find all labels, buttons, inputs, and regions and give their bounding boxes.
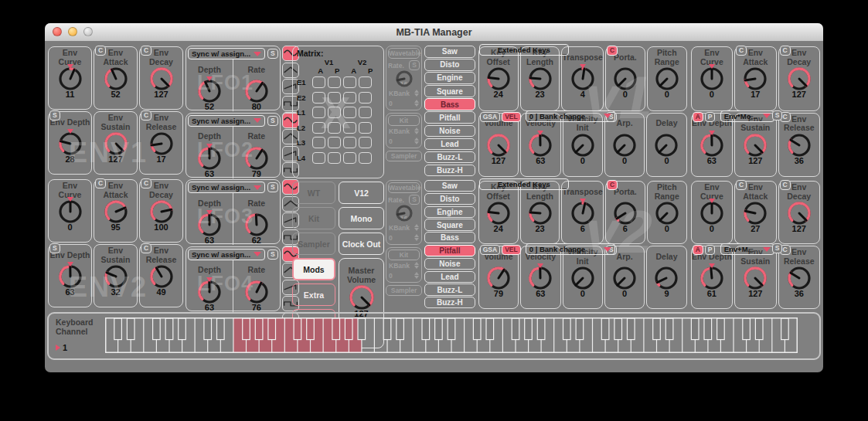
transpose-knob[interactable] — [566, 215, 600, 228]
s-button[interactable]: S — [49, 110, 60, 121]
pitch-range-knob[interactable] — [650, 80, 684, 93]
volume-knob[interactable] — [482, 147, 516, 160]
depth-knob[interactable] — [192, 226, 226, 239]
output-button-v12[interactable]: V12 — [339, 182, 384, 204]
env-attack-knob[interactable] — [738, 215, 772, 228]
env-mod-sync-button[interactable]: S — [772, 110, 783, 121]
env-curve-knob[interactable] — [695, 215, 729, 228]
env-sustain-knob[interactable] — [99, 278, 133, 291]
env-sustain-knob[interactable] — [738, 147, 772, 160]
output-button-mono[interactable]: Mono — [339, 207, 384, 229]
gsa-button[interactable]: GSA — [480, 245, 500, 255]
wave-button-buzz-l[interactable]: Buzz-L — [424, 151, 475, 164]
matrix-cell-l1-0[interactable] — [312, 107, 325, 118]
matrix-cell-l2-3[interactable] — [359, 122, 372, 134]
env-decay-knob[interactable] — [782, 80, 816, 93]
matrix-cell-l4-2[interactable] — [343, 152, 356, 164]
wave-button-lead[interactable]: Lead — [424, 138, 475, 151]
wave-button-engine[interactable]: Engine — [424, 206, 475, 218]
wave-button-buzz-h[interactable]: Buzz-H — [424, 165, 475, 177]
depth-knob[interactable] — [192, 294, 226, 307]
env-curve-knob[interactable] — [695, 80, 729, 93]
volume-knob[interactable] — [482, 280, 516, 293]
matrix-cell-l2-0[interactable] — [312, 122, 325, 134]
rate-knob[interactable] — [388, 205, 420, 222]
env-decay-knob[interactable] — [145, 213, 179, 226]
a-button[interactable]: A — [693, 245, 703, 255]
wave-button-saw[interactable]: Saw — [424, 46, 475, 58]
matrix-cell-l4-3[interactable] — [359, 152, 372, 164]
s-button[interactable]: S — [49, 243, 60, 253]
rate-sync-button[interactable]: S — [409, 60, 420, 70]
wave-button-bass[interactable]: Bass — [424, 98, 475, 110]
wave-button-pitfall[interactable]: Pitfall — [424, 245, 475, 256]
output-button-clock-out[interactable]: Clock Out — [339, 233, 384, 255]
env-sustain-knob[interactable] — [99, 145, 133, 158]
c-button[interactable]: C — [141, 46, 151, 56]
bank-change-dropdown[interactable]: 0 | Bank change — [526, 110, 615, 122]
c-button[interactable]: C — [780, 46, 791, 56]
key-length-knob[interactable] — [523, 80, 557, 93]
wavetable-kbank-value-stepper[interactable] — [414, 100, 419, 107]
matrix-cell-e2-3[interactable] — [359, 92, 372, 104]
env-depth-knob[interactable] — [695, 147, 729, 160]
env-decay-knob[interactable] — [782, 215, 816, 228]
c-button[interactable]: C — [141, 110, 151, 121]
lfo-sync-toggle-button[interactable]: S — [267, 182, 278, 192]
mode-button-extra[interactable]: Extra — [292, 283, 335, 306]
bank-change-dropdown[interactable]: 0 | Bank change — [526, 243, 615, 255]
master-volume-knob[interactable] — [344, 300, 380, 313]
lfo-sync-dropdown[interactable]: Sync w/ assign... — [188, 115, 265, 127]
env-mod-dropdown[interactable]: Env+M... — [720, 243, 774, 255]
close-button[interactable] — [53, 27, 62, 36]
p-button[interactable]: P — [705, 112, 716, 122]
wave-button-pitfall[interactable]: Pitfall — [424, 111, 475, 124]
matrix-cell-e2-0[interactable] — [312, 92, 325, 104]
porta-knob[interactable] — [608, 215, 642, 228]
kit-kbank-value-stepper[interactable] — [414, 272, 419, 279]
matrix-cell-l4-0[interactable] — [312, 152, 325, 164]
sampler-header[interactable]: Sampler — [386, 285, 422, 296]
env-depth-knob[interactable] — [53, 278, 87, 291]
matrix-cell-l2-1[interactable] — [328, 122, 341, 134]
matrix-cell-e2-2[interactable] — [343, 92, 356, 104]
key-offset-knob[interactable] — [482, 80, 516, 93]
wavetable-kbank-value-stepper[interactable] — [414, 234, 419, 241]
lfo-sync-dropdown[interactable]: Sync w/ assign... — [188, 182, 265, 193]
env-sustain-knob[interactable] — [738, 280, 772, 293]
vel-button[interactable]: VEL — [502, 245, 521, 255]
depth-knob[interactable] — [192, 93, 226, 106]
p-button[interactable]: P — [705, 245, 716, 255]
wave-button-noise[interactable]: Noise — [424, 125, 475, 138]
lfo-sync-toggle-button[interactable]: S — [267, 250, 278, 260]
arp-knob[interactable] — [608, 280, 642, 293]
env-curve-knob[interactable] — [53, 213, 87, 226]
env-mod-dropdown[interactable]: Env*Mo... — [720, 110, 774, 122]
matrix-cell-l3-3[interactable] — [359, 137, 372, 148]
env-release-knob[interactable] — [782, 280, 816, 293]
zoom-button[interactable] — [83, 27, 93, 36]
titlebar[interactable]: MB-TIA Manager — [45, 23, 823, 42]
wave-button-bass[interactable]: Bass — [424, 232, 475, 243]
wavetable-kbank-stepper[interactable] — [414, 90, 419, 97]
piano-keyboard[interactable] — [105, 314, 819, 358]
env-release-knob[interactable] — [782, 147, 816, 160]
lfo-sync-toggle-button[interactable]: S — [267, 49, 278, 59]
rate-knob[interactable] — [240, 93, 274, 106]
c-button[interactable]: C — [736, 46, 747, 56]
arp-knob[interactable] — [608, 147, 642, 160]
delay-knob[interactable] — [649, 147, 683, 160]
matrix-cell-l4-1[interactable] — [328, 152, 341, 164]
delay-knob[interactable] — [649, 280, 683, 293]
rate-knob[interactable] — [388, 70, 420, 87]
env-release-knob[interactable] — [145, 145, 179, 158]
matrix-cell-e1-2[interactable] — [343, 76, 356, 88]
c-button[interactable]: C — [95, 46, 106, 56]
wave-button-buzz-h[interactable]: Buzz-H — [424, 297, 475, 308]
wavetable-header[interactable]: Wavetable — [388, 182, 420, 193]
wave-button-disto[interactable]: Disto — [424, 193, 475, 205]
matrix-cell-l3-1[interactable] — [328, 137, 341, 148]
lfo-sync-dropdown[interactable]: Sync w/ assign... — [188, 48, 265, 59]
wave-button-noise[interactable]: Noise — [424, 258, 475, 270]
matrix-cell-l1-1[interactable] — [328, 107, 341, 118]
